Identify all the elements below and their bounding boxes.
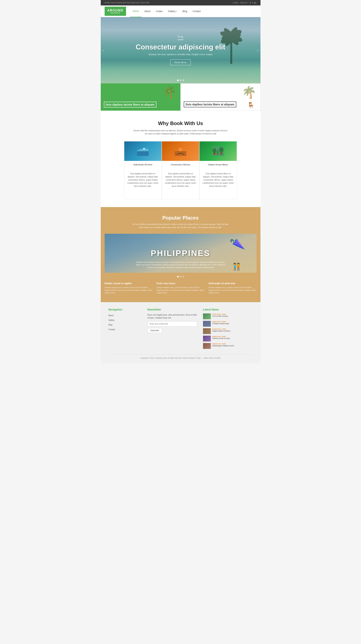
news-date-3: MONTH DD, YEAR (212, 328, 253, 330)
hero-trip-label: Trip (136, 35, 225, 38)
card-1-text: Duis dapibus lacinia libero et aliquam. … (127, 172, 159, 188)
footer-grid: Navigation About Gallery Blog Contact Ne… (108, 308, 253, 350)
signup-link[interactable]: SIGN UP (240, 2, 248, 4)
footer-nav-col: Navigation About Gallery Blog Contact (108, 308, 142, 350)
palm-colored-icon: 🌴 (242, 86, 256, 99)
news-thumb-5 (203, 343, 211, 349)
news-date-2: MONTH DD, YEAR (212, 321, 253, 322)
nav-about[interactable]: About (142, 6, 153, 17)
footer-bottom: Copyright © 2015 .Company name All right… (108, 354, 253, 360)
promo-cards: Duis dapibus lacinia libero at aliquam 🌴… (101, 83, 260, 111)
news-item-2: MONTH DD, YEAR Volutpat morqua eget (203, 321, 253, 327)
hero-next-arrow[interactable]: › (257, 48, 258, 52)
googleplus-icon[interactable]: g+ (254, 2, 256, 4)
hero-content: Trip Consectetur adipiscing elit Quisque… (136, 35, 225, 65)
promo-card-1[interactable]: Duis dapibus lacinia libero at aliquam 🌴 (101, 83, 180, 111)
svg-point-16 (219, 147, 224, 152)
footer-link-about[interactable]: About (108, 314, 114, 316)
subscribe-button[interactable]: Subscribe (148, 328, 162, 333)
twitter-icon[interactable]: 𝕏 (249, 2, 251, 4)
card-3: Nullam Ornare Metus Duis dapibus lacinia… (199, 141, 237, 199)
place-feature-3: Sollictudin sit amet ante Quisque dapibu… (208, 282, 256, 294)
newsletter-email-input[interactable] (148, 321, 197, 326)
place-dots (104, 276, 256, 278)
logo-subtext: THE WORLD (107, 12, 123, 14)
beach-chair-icon: 🪑 (247, 102, 254, 108)
hero-dot-3[interactable] (182, 80, 184, 81)
place-dot-1[interactable] (177, 276, 179, 278)
newsletter-description: Dicus non fuagist pose, ultos plomod lor… (148, 314, 197, 319)
login-link[interactable]: LOGIN (233, 2, 238, 4)
hero-dot-2[interactable] (180, 80, 182, 81)
top-bar: MORE THAN 50 NEW DESTINATIONS FOR YOUR T… (101, 0, 260, 6)
footer-link-blog[interactable]: Blog (108, 324, 112, 326)
philippines-title: PHILIPPINES (151, 248, 210, 258)
nav-blog[interactable]: Blog (180, 6, 190, 17)
umbrella-icon: 🌂 (229, 236, 246, 253)
footer-newsletter-col: Newsletter Dicus non fuagist pose, ultos… (148, 308, 197, 350)
news-thumb-3 (203, 328, 211, 334)
news-title-4: Sollicett mordi et notus (212, 338, 253, 340)
nav-home[interactable]: Home (130, 6, 142, 17)
place-features: Nullam conval is sagittis Quisque dapibu… (104, 282, 256, 294)
svg-point-14 (216, 150, 219, 154)
footer-nav-title: Navigation (108, 308, 142, 311)
place-feature-2: Proin risus lacus Quisque dapibus risus.… (156, 282, 204, 294)
palm-silhouette-icon: 🌴 (162, 85, 176, 99)
place-feature-2-title: Proin risus lacus (156, 282, 204, 285)
facebook-icon[interactable]: f (252, 2, 253, 4)
hero-title: Consectetur adipiscing elit (136, 43, 225, 51)
news-date-5: MONTH DD, YEAR (212, 343, 253, 345)
card-2-image (162, 142, 199, 161)
promo-card-2-title: Duis dapibus lacinia libero at aliquam (184, 102, 236, 107)
news-item-3: MONTH DD, YEAR Sagitis ladam et dictum (203, 328, 253, 334)
footer-link-contact[interactable]: Contact (108, 328, 115, 330)
card-1-title: Sollicitudin Sit Amet (127, 163, 159, 166)
hero-subtitle: Quisque nisl risus, egestas in convallis… (136, 53, 225, 56)
main-header: AROUND THE WORLD Home About Codes Galler… (101, 6, 260, 17)
card-3-text: Duis dapibus lacinia libero et aliquam. … (202, 172, 234, 188)
footer-newsletter-title: Newsletter (148, 308, 197, 311)
why-title: Why Book With Us (104, 120, 256, 126)
hero-dot-1[interactable] (177, 80, 179, 81)
news-date-1: MONTH DD, YEAR (212, 314, 253, 315)
news-item-4: MONTH DD, YEAR Sollicett mordi et notus (203, 336, 253, 342)
news-title-5: pellontesque habitant mordi (212, 345, 253, 347)
place-feature-3-title: Sollictudin sit amet ante (208, 282, 256, 285)
place-dot-2[interactable] (180, 276, 182, 278)
hero-cta-button[interactable]: Read More (170, 60, 191, 65)
place-dot-3[interactable] (182, 276, 184, 278)
nav-codes[interactable]: Codes (153, 6, 166, 17)
news-title-3: Sagitis ladam et dictum (212, 330, 253, 332)
popular-description: Vivi nec efficitur scelerisoub elit sed … (132, 223, 229, 229)
popular-section: Popular Places Vivi nec efficitur sceler… (101, 207, 260, 302)
news-item-1: MONTH DD, YEAR Cum at felis morqua (203, 314, 253, 319)
card-1-image (124, 142, 162, 161)
card-2-text: Duis dapibus lacinia libero et aliquam. … (164, 172, 197, 188)
card-2: Consectetur Ultricies Duis dapibus lacin… (162, 141, 199, 199)
svg-point-8 (179, 148, 182, 151)
svg-rect-6 (137, 151, 149, 156)
news-thumb-2 (203, 321, 211, 327)
card-1: Sollicitudin Sit Amet Duis dapibus lacin… (124, 141, 162, 199)
popular-title: Popular Places (104, 215, 256, 221)
main-nav: Home About Codes Gallery ▾ Blog Contact (130, 6, 204, 17)
news-date-4: MONTH DD, YEAR (212, 336, 253, 338)
news-item-5: MONTH DD, YEAR pellontesque habitant mor… (203, 343, 253, 349)
svg-point-12 (212, 148, 216, 153)
news-thumb-4 (203, 336, 211, 342)
footer: Navigation About Gallery Blog Contact Ne… (101, 302, 260, 363)
promo-card-2[interactable]: Duis dapibus lacinia libero at aliquam 🌴… (180, 83, 260, 111)
card-2-title: Consectetur Ultricies (164, 163, 197, 166)
footer-nav-links: About Gallery Blog Contact (108, 314, 142, 331)
place-feature-1-title: Nullam conval is sagittis (104, 282, 153, 285)
nav-gallery[interactable]: Gallery ▾ (166, 6, 180, 17)
news-thumb-1 (203, 314, 211, 319)
hero-prev-arrow[interactable]: ‹ (103, 48, 104, 52)
logo-text: AROUND (107, 8, 123, 12)
logo[interactable]: AROUND THE WORLD (104, 6, 126, 16)
place-feature-2-text: Quisque dapibus risus. Qortiom arconun m… (156, 286, 204, 294)
nav-contact[interactable]: Contact (190, 6, 204, 17)
gallery-dropdown-icon: ▾ (176, 10, 177, 12)
footer-link-gallery[interactable]: Gallery (108, 319, 115, 321)
